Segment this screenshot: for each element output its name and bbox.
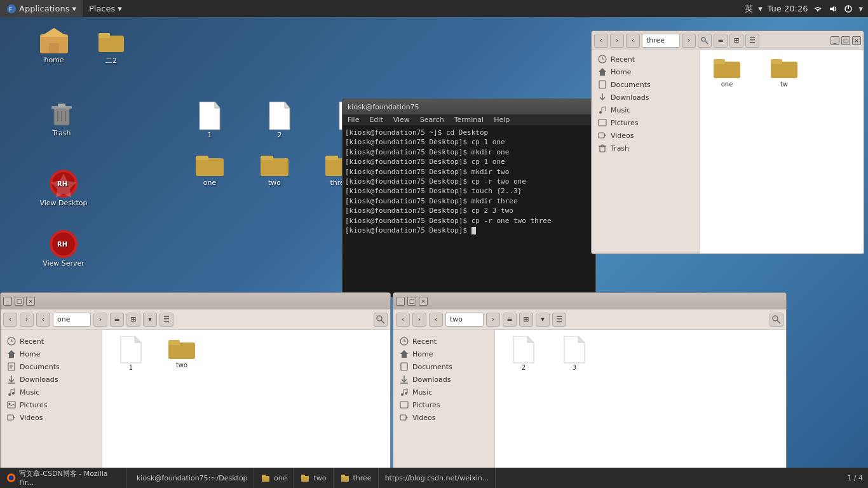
fm-three-list-view[interactable]: ≡	[714, 34, 728, 48]
fm-one-path-forward[interactable]: ›	[93, 313, 107, 327]
desktop-file-1[interactable]: 1	[184, 102, 235, 139]
fm-three-sidebar-videos[interactable]: Videos	[592, 129, 699, 142]
fm-three-sidebar-documents[interactable]: Documents	[592, 78, 699, 91]
fm-one-sidebar-documents[interactable]: Documents	[1, 360, 102, 373]
view-desktop-icon: RH	[48, 168, 79, 199]
taskbar-url[interactable]: https://blog.csdn.net/weixin...	[379, 468, 496, 488]
desktop-icon-view-desktop[interactable]: RH View Desktop	[38, 168, 89, 207]
desktop-file-2[interactable]: 2	[254, 102, 305, 139]
places-menu[interactable]: Places ▾	[83, 0, 128, 17]
fm-three-sidebar-music[interactable]: Music	[592, 104, 699, 116]
fm-one-sort[interactable]: ▾	[143, 313, 157, 327]
fm-three-path-forward[interactable]: ›	[682, 34, 696, 48]
fm-one-folder-two[interactable]: two	[159, 336, 204, 371]
fm-one-sidebar-home[interactable]: Home	[1, 348, 102, 360]
fm-two-forward[interactable]: ›	[412, 313, 426, 327]
fm-two-sidebar-videos[interactable]: Videos	[393, 411, 494, 424]
folder-two-icon	[259, 152, 290, 179]
terminal-menu-view[interactable]: View	[388, 114, 415, 125]
fm-one-close[interactable]: ×	[26, 297, 35, 306]
sidebar-videos-label: Videos	[611, 132, 634, 140]
desktop-icon-home[interactable]: home	[29, 25, 79, 64]
fm-two-close[interactable]: ×	[419, 297, 428, 306]
fm-three-grid-view[interactable]: ⊞	[729, 34, 743, 48]
fm-one-search[interactable]	[374, 313, 388, 327]
fm-two-search[interactable]	[770, 313, 783, 327]
fm-one-sidebar-recent[interactable]: Recent	[1, 335, 102, 348]
fm-three-minimize[interactable]: _	[831, 36, 839, 45]
fm-three-sidebar-trash[interactable]: Trash	[592, 142, 699, 154]
fm-two-maximize[interactable]: □	[407, 297, 416, 306]
fm-three-path[interactable]: three	[642, 34, 680, 48]
desktop-icon-trash[interactable]: Trash	[36, 98, 87, 137]
lang-indicator[interactable]: 英	[745, 3, 753, 15]
fm-one-back[interactable]: ‹	[3, 313, 17, 327]
fm-one-list-view[interactable]: ≡	[110, 313, 124, 327]
fm-three-sidebar-downloads[interactable]: Downloads	[592, 91, 699, 104]
fm-three-sidebar-pictures[interactable]: Pictures	[592, 116, 699, 129]
fm-one-minimize[interactable]: _	[3, 297, 12, 306]
terminal-titlebar: kiosk@foundation75	[342, 99, 595, 114]
desktop-icon-view-server[interactable]: RH View Server	[38, 229, 89, 268]
fm-three-folder-tw[interactable]: tw	[762, 55, 806, 88]
taskbar-one[interactable]: one	[254, 468, 294, 488]
fm-one-sidebar-music[interactable]: Music	[1, 386, 102, 398]
fm-two-file-2[interactable]: 2	[501, 336, 546, 371]
fm-two-sidebar-home[interactable]: Home	[393, 348, 494, 360]
fm-one-grid-view[interactable]: ⊞	[126, 313, 140, 327]
fm-two-sidebar-recent[interactable]: Recent	[393, 335, 494, 348]
fm-three-menu[interactable]: ☰	[745, 34, 759, 48]
fm-one-up[interactable]: ‹	[36, 313, 50, 327]
terminal-menu-search[interactable]: Search	[415, 114, 449, 125]
fm-one-sidebar-pictures[interactable]: Pictures	[1, 398, 102, 411]
fm-one-forward[interactable]: ›	[20, 313, 34, 327]
terminal-menu-edit[interactable]: Edit	[364, 114, 388, 125]
fm-three-search[interactable]	[698, 34, 712, 48]
fm-one-content: 1 two	[102, 330, 390, 488]
fm-two-list-view[interactable]: ≡	[503, 313, 517, 327]
terminal-menu-terminal[interactable]: Terminal	[449, 114, 489, 125]
fm-two-sort[interactable]: ▾	[536, 313, 550, 327]
fm-two-path[interactable]: two	[445, 313, 484, 327]
fm-three-sidebar-home[interactable]: Home	[592, 65, 699, 78]
fm-two-menu[interactable]: ☰	[552, 313, 566, 327]
pictures-icon	[400, 400, 409, 409]
fm-one-file-1[interactable]: 1	[109, 336, 153, 371]
fm-one-maximize[interactable]: □	[15, 297, 24, 306]
fm-two-sidebar-pictures[interactable]: Pictures	[393, 398, 494, 411]
desktop-icon-二2[interactable]: 二2	[86, 25, 137, 65]
fm-three-back[interactable]: ‹	[594, 34, 608, 48]
fm-one-path[interactable]: one	[53, 313, 91, 327]
fm-one-sidebar-videos[interactable]: Videos	[1, 411, 102, 424]
terminal-body[interactable]: [kiosk@foundation75 ~]$ cd Desktop [kios…	[342, 125, 595, 297]
taskbar-terminal[interactable]: >_ kiosk@foundation75:~/Desktop	[127, 468, 254, 488]
fm-three-up[interactable]: ‹	[626, 34, 640, 48]
fm-one-sidebar-downloads[interactable]: Downloads	[1, 373, 102, 386]
fm-two-sidebar-documents[interactable]: Documents	[393, 360, 494, 373]
fm-two-back[interactable]: ‹	[396, 313, 410, 327]
fm-two-file-3[interactable]: 3	[552, 336, 597, 371]
fm-two-up[interactable]: ‹	[429, 313, 443, 327]
terminal-menu-help[interactable]: Help	[489, 114, 515, 125]
taskbar-two[interactable]: two	[294, 468, 333, 488]
taskbar-firefox[interactable]: 写文章-CSDN博客 - Mozilla Fir...	[0, 468, 127, 488]
fm-three-maximize[interactable]: □	[841, 36, 850, 45]
fm-three-forward[interactable]: ›	[610, 34, 624, 48]
fm-two-path-forward[interactable]: ›	[486, 313, 500, 327]
taskbar-three[interactable]: three	[334, 468, 379, 488]
fm-two-grid-view[interactable]: ⊞	[519, 313, 533, 327]
desktop-folder-two[interactable]: two	[249, 152, 300, 187]
applications-menu[interactable]: F Applications ▾	[0, 0, 83, 17]
terminal-menu-file[interactable]: File	[342, 114, 364, 125]
home-folder-icon	[39, 25, 69, 56]
fm-three-sidebar-recent[interactable]: Recent	[592, 53, 699, 65]
fm-two-sidebar-downloads[interactable]: Downloads	[393, 373, 494, 386]
fm-three-close[interactable]: ×	[852, 36, 861, 45]
fm-three-folder-one[interactable]: one	[705, 55, 749, 88]
svg-rect-91	[301, 475, 305, 477]
trash-icon-label: Trash	[52, 129, 71, 137]
fm-two-minimize[interactable]: _	[396, 297, 405, 306]
desktop-folder-one[interactable]: one	[184, 152, 235, 187]
fm-one-menu[interactable]: ☰	[159, 313, 173, 327]
fm-two-sidebar-music[interactable]: Music	[393, 386, 494, 398]
